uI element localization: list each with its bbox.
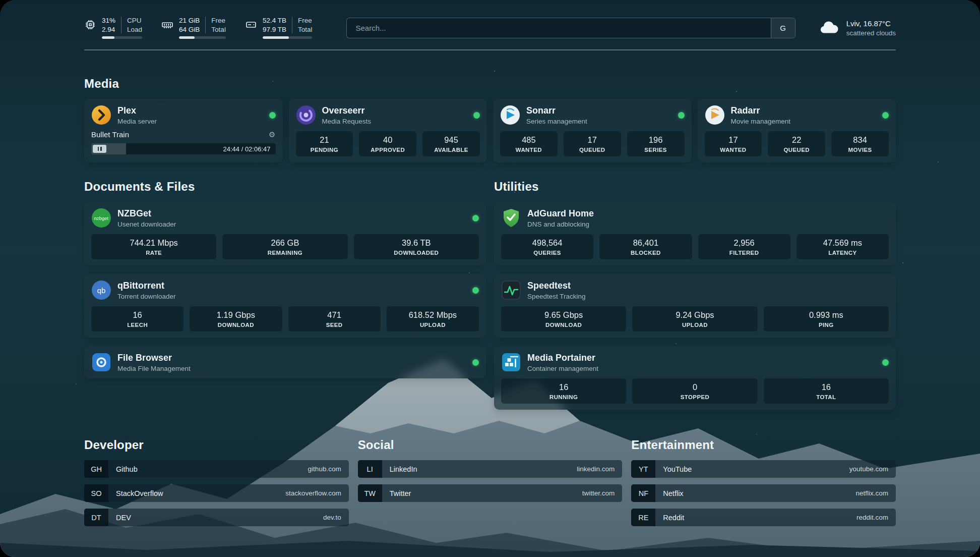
stat-series: 196 SERIES: [627, 131, 685, 156]
app-desc: Media File Management: [117, 365, 191, 372]
stat-total: 16 TOTAL: [764, 378, 889, 404]
stat-value: 945: [424, 135, 478, 145]
gear-icon[interactable]: ⚙: [269, 131, 275, 138]
bookmark-row-github[interactable]: GH Github github.com: [84, 460, 349, 478]
bookmark-row-linkedin[interactable]: LI LinkedIn linkedin.com: [358, 460, 623, 478]
stat-latency: 47.569 ms LATENCY: [797, 234, 889, 259]
stat-ping: 0.993 ms PING: [764, 306, 889, 331]
app-card-portainer[interactable]: Media Portainer Container management 16 …: [494, 346, 896, 410]
disk-label: Free: [298, 17, 313, 24]
stat-label: QUEUED: [566, 147, 619, 153]
weather-condition: scattered clouds: [846, 29, 896, 37]
status-dot: [473, 112, 480, 119]
app-card-speedtest[interactable]: Speedtest Speedtest Tracking 9.65 Gbps D…: [494, 274, 896, 338]
app-card-plex[interactable]: Plex Media server Bullet Train ⚙ 24:44 /…: [84, 99, 283, 162]
ram-label: Free: [211, 17, 226, 24]
now-playing-title: Bullet Train: [91, 130, 129, 139]
bookmark-row-dev[interactable]: DT DEV dev.to: [84, 509, 349, 526]
stat-label: AVAILABLE: [424, 147, 478, 153]
app-name: Speedtest: [527, 281, 586, 291]
app-card-adguard[interactable]: AdGuard Home DNS and adblocking 498,564 …: [494, 202, 896, 265]
stat-approved: 40 APPROVED: [359, 131, 416, 156]
app-name: File Browser: [117, 353, 191, 363]
app-card-qbittorrent[interactable]: qb qBittorrent Torrent downloader 16: [84, 274, 486, 338]
stat-value: 47.569 ms: [799, 238, 887, 248]
bookmark-row-netflix[interactable]: NF Netflix netflix.com: [631, 484, 896, 502]
stat-label: PING: [766, 322, 887, 328]
app-card-sonarr[interactable]: Sonarr Series management 485 WANTED 17 Q…: [493, 99, 692, 162]
utilities-column: Utilities AdGuard Home DNS and adblockin…: [494, 180, 896, 410]
stat-leech: 16 LEECH: [91, 306, 183, 331]
stat-movies: 834 MOVIES: [831, 131, 889, 156]
stat-value: 744.21 Mbps: [93, 238, 214, 248]
disk-usage-fill: [263, 36, 289, 39]
cpu-icon: [84, 19, 96, 31]
portainer-icon: [501, 352, 521, 372]
svg-text:nzbget: nzbget: [94, 215, 109, 221]
app-name: Sonarr: [526, 105, 587, 116]
cloud-icon: [819, 20, 840, 35]
topbar-divider: [84, 49, 896, 50]
stat-label: UPLOAD: [634, 322, 755, 328]
bookmark-url: dev.to: [323, 509, 349, 526]
stat-rate: 744.21 Mbps RATE: [91, 234, 216, 259]
bookmark-name: Netflix: [655, 484, 855, 502]
ram-icon: [161, 19, 173, 31]
app-desc: Movie management: [731, 118, 791, 125]
section-title-entertainment: Entertainment: [631, 438, 896, 452]
app-card-nzbget[interactable]: nzbget NZBGet Usenet downloader 744.21 M…: [84, 202, 486, 265]
stat-value: 16: [93, 310, 181, 320]
app-card-filebrowser[interactable]: File Browser Media File Management: [84, 346, 486, 378]
app-card-radarr[interactable]: Radarr Movie management 17 WANTED 22 QUE…: [698, 99, 896, 162]
dashboard-content: 31% 2.94 CPU Load: [0, 0, 980, 557]
stat-value: 9.65 Gbps: [503, 310, 624, 320]
app-desc: Container management: [527, 365, 598, 372]
bookmark-url: stackoverflow.com: [285, 484, 348, 502]
stat-value: 16: [503, 382, 624, 392]
bookmark-row-reddit[interactable]: RE Reddit reddit.com: [631, 509, 896, 526]
stat-value: 86,401: [601, 238, 690, 248]
disk-metric-body: 52.4 TB 97.9 TB Free Total: [263, 17, 313, 39]
stat-value: 266 GB: [224, 238, 345, 248]
stat-queued: 22 QUEUED: [768, 131, 825, 156]
media-grid: Plex Media server Bullet Train ⚙ 24:44 /…: [84, 99, 896, 162]
stat-seed: 471 SEED: [288, 306, 381, 331]
search-input[interactable]: [347, 18, 770, 38]
status-dot: [472, 287, 479, 294]
stat-running: 16 RUNNING: [501, 378, 626, 404]
app-name: Media Portainer: [527, 353, 598, 363]
bookmark-row-twitter[interactable]: TW Twitter twitter.com: [358, 484, 623, 502]
plex-icon: [91, 105, 111, 125]
stat-stopped: 0 STOPPED: [632, 378, 757, 404]
bookmark-row-youtube[interactable]: YT YouTube youtube.com: [631, 460, 896, 478]
search-bar[interactable]: G: [346, 18, 795, 38]
bookmark-row-stackoverflow[interactable]: SO StackOverflow stackoverflow.com: [84, 484, 349, 502]
search-engine-button[interactable]: G: [771, 18, 795, 38]
disk-sub-value: 97.9 TB: [263, 26, 286, 33]
app-card-overseerr[interactable]: Overseerr Media Requests 21 PENDING 40 A…: [289, 99, 487, 162]
app-name: Radarr: [731, 105, 791, 116]
developer-bookmarks: Developer GH Github github.com SO StackO…: [84, 438, 349, 533]
stat-label: DOWNLOADED: [356, 250, 477, 256]
weather-location: Lviv, 16.87°C: [846, 19, 896, 28]
bookmark-name: LinkedIn: [382, 460, 577, 478]
disk-metric: 52.4 TB 97.9 TB Free Total: [245, 17, 313, 39]
cpu-label: CPU: [127, 17, 142, 24]
playback-progress-bar[interactable]: 24:44 / 02:06:47: [91, 143, 276, 154]
stat-wanted: 17 WANTED: [705, 131, 762, 156]
stat-upload: 618.52 Mbps UPLOAD: [387, 306, 479, 331]
bookmark-name: DEV: [108, 509, 323, 526]
pause-button[interactable]: [93, 145, 106, 153]
stat-value: 39.6 TB: [356, 238, 477, 248]
stat-value: 16: [766, 382, 887, 392]
stat-value: 17: [566, 135, 619, 145]
stat-label: DOWNLOAD: [192, 322, 280, 328]
stat-label: UPLOAD: [389, 322, 477, 328]
ram-metric: 21 GiB 64 GiB Free Total: [161, 17, 226, 39]
playback-time: 24:44 / 02:06:47: [223, 145, 274, 153]
stat-value: 22: [770, 135, 823, 145]
stat-available: 945 AVAILABLE: [422, 131, 480, 156]
stat-remaining: 266 GB REMAINING: [222, 234, 347, 259]
stat-label: MOVIES: [833, 147, 887, 153]
bookmark-abbr: RE: [631, 509, 655, 526]
